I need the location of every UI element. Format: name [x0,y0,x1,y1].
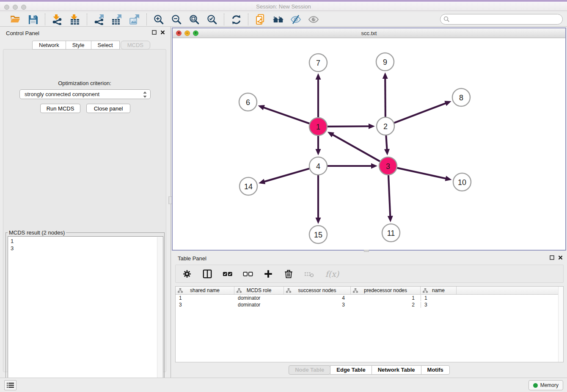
edge-3-10[interactable] [397,168,446,179]
graph-node-2[interactable]: 2 [377,117,394,135]
cell-name[interactable]: 1 [421,295,457,301]
svg-text:1: 1 [316,123,320,131]
graph-node-11[interactable]: 11 [382,224,400,242]
show-graphics-details-icon[interactable] [308,14,319,25]
tab-network[interactable]: Network [32,41,66,50]
graph-node-1[interactable]: 1 [309,118,327,135]
close-panel-icon[interactable] [558,255,563,260]
tab-select[interactable]: Select [91,41,120,50]
tab-style[interactable]: Style [66,41,91,50]
clone-network-icon[interactable] [254,14,266,25]
search-input[interactable] [440,14,563,25]
apply-layout-icon[interactable] [230,14,242,25]
search-icon [443,16,450,22]
graph-node-8[interactable]: 8 [452,88,470,106]
export-image-icon[interactable] [129,14,140,25]
deselect-all-icon[interactable] [242,268,253,279]
zoom-out-icon[interactable] [171,14,182,25]
edge-arrowhead [316,218,321,224]
import-network-icon[interactable] [51,14,63,25]
export-network-icon[interactable] [93,14,105,25]
column-header-shared-name[interactable]: shared name [176,287,234,294]
delete-column-icon[interactable] [283,268,294,279]
zoom-in-icon[interactable] [153,14,165,25]
table-settings-icon[interactable] [182,268,193,279]
mcds-result-title: MCDS result (2 nodes) [8,229,66,236]
tab-edge-table[interactable]: Edge Table [330,365,372,375]
table-row[interactable]: 3dominator323 [176,301,563,308]
graph-node-3[interactable]: 3 [379,157,397,175]
cell-successor-nodes[interactable]: 4 [284,295,351,301]
tab-network-table[interactable]: Network Table [372,365,421,375]
graph-node-9[interactable]: 9 [376,53,394,71]
network-canvas[interactable]: 1234678910111415 [173,38,565,250]
float-panel-icon[interactable] [550,255,554,260]
table-scrollbar[interactable] [558,287,563,362]
show-task-history-button[interactable] [4,380,17,390]
tab-node-table[interactable]: Node Table [289,365,330,375]
search-field [440,14,563,25]
close-panel-button[interactable]: Close panel [86,104,130,113]
column-header-predecessor-nodes[interactable]: predecessor nodes [351,287,421,294]
edge-3-11[interactable] [388,175,390,217]
svg-text:11: 11 [387,229,395,237]
graph-node-14[interactable]: 14 [239,177,257,195]
hide-selected-icon[interactable] [290,14,302,25]
zoom-fit-icon[interactable] [188,14,200,25]
import-table-icon[interactable] [69,14,81,25]
cell-MCDS-role[interactable]: dominator [234,302,284,308]
show-all-icon[interactable] [272,14,284,25]
close-panel-icon[interactable] [160,30,165,35]
edge-arrowhead [445,176,452,181]
cell-successor-nodes[interactable]: 3 [284,302,351,308]
graph-node-7[interactable]: 7 [309,54,327,72]
column-header-name[interactable]: name [421,287,457,294]
column-header-successor-nodes[interactable]: successor nodes [284,287,351,294]
svg-text:15: 15 [314,231,322,239]
tab-mcds[interactable]: MCDS [121,41,150,50]
cell-predecessor-nodes[interactable]: 1 [351,295,421,301]
add-column-icon[interactable] [263,268,274,279]
zoom-selected-icon[interactable] [206,14,218,25]
show-columns-icon[interactable] [202,268,213,279]
mcds-result-area[interactable]: 13 [8,236,163,389]
edge-4-14[interactable] [264,168,309,182]
criterion-value: strongly connected component [25,91,99,97]
graph-node-4[interactable]: 4 [309,157,327,175]
criterion-select[interactable]: strongly connected component [19,89,151,99]
edge-2-3[interactable] [386,135,387,150]
graph-node-15[interactable]: 15 [309,226,327,243]
graph-node-10[interactable]: 10 [453,173,471,191]
function-builder-icon[interactable]: f(x) [324,268,341,279]
cell-shared-name[interactable]: 3 [176,302,234,308]
attribute-hierarchy-icon [423,288,428,293]
graph-node-6[interactable]: 6 [239,93,257,111]
table-row[interactable]: 1dominator411 [176,295,563,301]
edge-2-8[interactable] [394,103,446,123]
cell-name[interactable]: 3 [421,302,457,308]
save-session-icon[interactable] [27,14,39,25]
edge-arrowhead [316,73,321,80]
result-scrollbar[interactable] [157,237,162,389]
edge-1-2[interactable] [328,126,369,127]
tab-motifs[interactable]: Motifs [421,365,450,375]
select-all-icon[interactable] [222,268,233,279]
table-panel: Table Panel [172,252,567,377]
edge-1-6[interactable] [263,108,309,124]
open-session-icon[interactable] [9,14,21,25]
export-table-icon[interactable] [111,14,123,25]
cell-shared-name[interactable]: 1 [176,295,234,301]
svg-text:14: 14 [244,182,253,191]
mcds-result-box: MCDS result (2 nodes) 13 [6,232,165,391]
edge-3-1[interactable] [332,135,380,162]
run-mcds-button[interactable]: Run MCDS [40,104,80,113]
column-header-MCDS-role[interactable]: MCDS role [234,287,284,294]
float-panel-icon[interactable] [152,30,157,35]
memory-button[interactable]: Memory [528,380,563,390]
cell-MCDS-role[interactable]: dominator [234,295,284,301]
node-table: shared nameMCDS rolesuccessor nodesprede… [175,286,564,362]
cell-predecessor-nodes[interactable]: 2 [351,302,421,308]
delete-table-icon[interactable] [303,268,314,279]
status-bar: Memory [0,378,567,392]
edge-2-9[interactable] [385,78,385,117]
